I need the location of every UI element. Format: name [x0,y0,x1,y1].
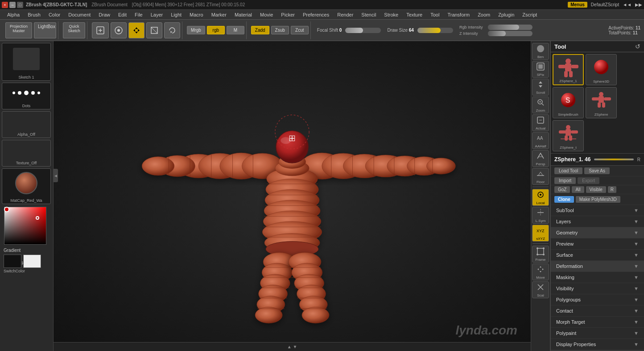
menu-render[interactable]: Render [334,11,357,18]
window-controls[interactable]: × – □ [2,2,23,8]
rgb-button[interactable]: rgb [207,26,225,34]
menu-texture[interactable]: Texture [403,11,426,18]
zcut-button[interactable]: Zcut [291,26,309,34]
section-polypaint[interactable]: Polypaint ▼ [551,328,644,339]
menu-color[interactable]: Color [45,11,64,18]
menus-button[interactable]: Menus [568,2,587,8]
visible-button[interactable]: Visible [586,186,606,193]
menu-alpha[interactable]: Alpha [4,11,23,18]
aahalf-button[interactable]: AA AAHalf [532,132,549,149]
section-geometry[interactable]: Geometry ▼ [551,227,644,238]
menu-preferences[interactable]: Preferences [299,11,333,18]
tool-thumb-zsphere-t[interactable]: ZSphere_t [553,120,584,151]
menu-brush[interactable]: Brush [24,11,44,18]
menu-edit[interactable]: Edit [115,11,130,18]
rotate-button[interactable] [164,22,180,38]
draw-size-slider[interactable] [417,28,453,33]
scal-button[interactable]: Scal [532,281,549,298]
zsub-button[interactable]: Zsub [271,26,289,34]
edit-button[interactable] [92,22,109,38]
import-button[interactable]: Import [554,177,576,184]
section-display-properties[interactable]: Display Properties ▼ [551,339,644,350]
sketch-thumbnail[interactable]: Sketch 1 [2,43,51,81]
scale-button[interactable] [146,22,162,38]
floor-button[interactable]: Floor [532,168,549,185]
viewport[interactable]: lynda.com ▲ ▼ [54,41,531,351]
draw-button[interactable] [111,22,127,38]
section-preview[interactable]: Preview ▼ [551,238,644,250]
z-intensity-slider[interactable] [488,31,533,36]
zadd-button[interactable]: Zadd [251,26,269,34]
tool-name-r-button[interactable]: R [637,157,640,162]
save-as-button[interactable]: Save As [584,167,610,174]
menu-document[interactable]: Document [65,11,94,18]
zoom-button[interactable]: Zoom [532,96,549,113]
dots-thumbnail[interactable]: Dots [2,83,51,109]
section-subtool[interactable]: SubTool ▼ [551,205,644,216]
menu-layer[interactable]: Layer [147,11,167,18]
section-masking[interactable]: Masking ▼ [551,272,644,283]
frame-button[interactable]: Frame [532,246,549,263]
actual-button[interactable]: Actual [532,114,549,131]
menu-movie[interactable]: Movie [256,11,277,18]
menu-file[interactable]: File [131,11,146,18]
nav-prev-button[interactable]: ◄◄ [623,2,632,7]
menu-stroke[interactable]: Stroke [380,11,402,18]
tool-thumb-zsphere[interactable]: ZSphere [586,87,617,118]
make-polymesh-button[interactable]: Make PolyMesh3D [576,196,620,203]
section-polygroups[interactable]: Polygroups ▼ [551,294,644,305]
menu-marker[interactable]: Marker [208,11,230,18]
clone-button[interactable]: Clone [554,196,574,203]
switch-color-label[interactable]: SwitchColor [2,269,51,273]
r-button[interactable]: R [608,186,616,193]
minimize-button[interactable]: – [9,2,16,8]
menu-picker[interactable]: Picker [277,11,298,18]
viewport-scrollbar[interactable]: ▲ ▼ [54,342,531,351]
close-button[interactable]: × [2,2,8,8]
persp-button[interactable]: Persp [532,150,549,167]
alpha-off-thumbnail[interactable]: Alpha_Off [2,111,51,138]
quick-sketch-button[interactable]: Quick Sketch [63,22,85,38]
section-visibility[interactable]: Visibility ▼ [551,283,644,294]
mrgb-button[interactable]: Mrgb [187,26,205,34]
menu-zplugin[interactable]: Zplugin [495,11,518,18]
menu-material[interactable]: Material [231,11,256,18]
goz-button[interactable]: GoZ [554,186,570,193]
section-contact[interactable]: Contact ▼ [551,305,644,317]
lightbox-button[interactable]: LightBox [34,22,56,38]
projection-master-button[interactable]: Projection Master [5,22,32,38]
menu-zoom[interactable]: Zoom [474,11,494,18]
all-button[interactable]: All [572,186,584,193]
focal-shift-slider[interactable] [345,28,381,33]
section-surface[interactable]: Surface ▼ [551,250,644,261]
tool-thumb-simplebrush[interactable]: S SimpleBrush [553,87,584,118]
m-button[interactable]: M [227,26,244,34]
restore-button[interactable]: □ [17,2,23,8]
local-button[interactable]: Local [532,189,549,206]
section-layers[interactable]: Layers ▼ [551,216,644,227]
load-tool-button[interactable]: Load Tool [554,167,582,174]
section-deformation[interactable]: Deformation ▼ [551,261,644,272]
matcap-thumbnail[interactable]: MatCap_Red_Wa [2,168,51,204]
color-picker[interactable]: Gradient SwitchColor [2,206,51,255]
menu-light[interactable]: Light [167,11,185,18]
menu-draw[interactable]: Draw [95,11,114,18]
menu-stencil[interactable]: Stencil [358,11,380,18]
name-slider[interactable] [594,159,633,160]
tool-thumb-sphere3d[interactable]: Sphere3D [586,54,617,85]
menu-macro[interactable]: Macro [186,11,207,18]
rgb-intensity-slider[interactable] [488,25,533,30]
spix-button[interactable]: SPix [532,61,549,78]
move-button[interactable] [128,22,144,38]
tool-thumb-zsphere1[interactable]: ZSphere_1 [553,54,584,85]
section-morph-target[interactable]: Morph Target ▼ [551,317,644,328]
menu-transform[interactable]: Transform [444,11,473,18]
menu-tool[interactable]: Tool [427,11,443,18]
white-swatch[interactable] [23,255,41,268]
nav-next-button[interactable]: ▶▶ [635,2,642,7]
color-gradient[interactable] [4,207,46,245]
lsym-button[interactable]: L.Sym [532,207,549,224]
tool-panel-close-button[interactable]: ↺ [635,43,640,50]
left-panel-toggle[interactable]: ◄ [54,169,58,182]
black-swatch[interactable] [4,255,21,268]
